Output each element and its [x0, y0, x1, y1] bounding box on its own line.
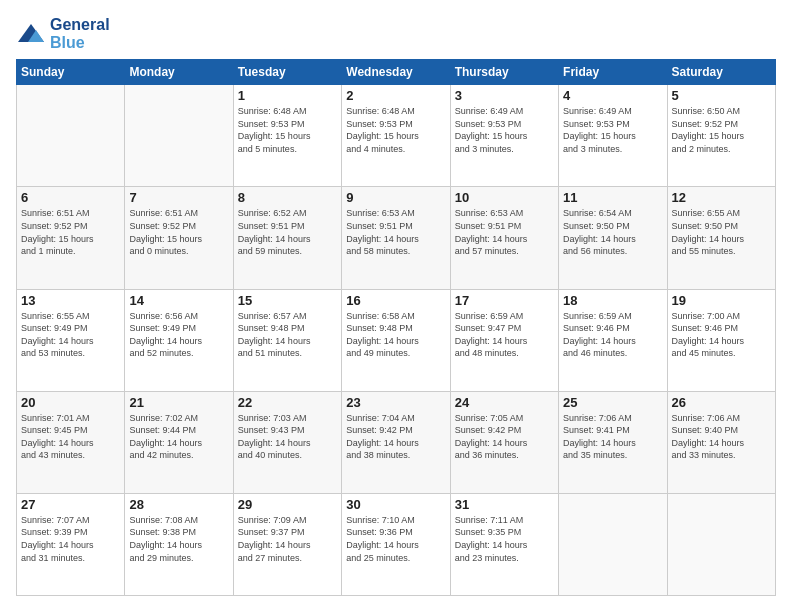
day-number: 4 — [563, 88, 662, 103]
day-cell: 25Sunrise: 7:06 AM Sunset: 9:41 PM Dayli… — [559, 391, 667, 493]
day-info: Sunrise: 7:09 AM Sunset: 9:37 PM Dayligh… — [238, 514, 337, 564]
logo-text: General Blue — [50, 16, 110, 51]
day-info: Sunrise: 6:56 AM Sunset: 9:49 PM Dayligh… — [129, 310, 228, 360]
day-number: 30 — [346, 497, 445, 512]
day-number: 27 — [21, 497, 120, 512]
calendar-page: General Blue SundayMondayTuesdayWednesda… — [0, 0, 792, 612]
logo: General Blue — [16, 16, 110, 51]
day-number: 16 — [346, 293, 445, 308]
day-info: Sunrise: 6:54 AM Sunset: 9:50 PM Dayligh… — [563, 207, 662, 257]
day-cell: 5Sunrise: 6:50 AM Sunset: 9:52 PM Daylig… — [667, 85, 775, 187]
day-info: Sunrise: 7:03 AM Sunset: 9:43 PM Dayligh… — [238, 412, 337, 462]
day-number: 15 — [238, 293, 337, 308]
day-cell — [667, 493, 775, 595]
day-number: 28 — [129, 497, 228, 512]
day-info: Sunrise: 6:57 AM Sunset: 9:48 PM Dayligh… — [238, 310, 337, 360]
day-cell: 27Sunrise: 7:07 AM Sunset: 9:39 PM Dayli… — [17, 493, 125, 595]
day-number: 3 — [455, 88, 554, 103]
day-number: 21 — [129, 395, 228, 410]
weekday-header-friday: Friday — [559, 60, 667, 85]
day-number: 22 — [238, 395, 337, 410]
day-info: Sunrise: 6:51 AM Sunset: 9:52 PM Dayligh… — [129, 207, 228, 257]
day-number: 5 — [672, 88, 771, 103]
day-info: Sunrise: 6:58 AM Sunset: 9:48 PM Dayligh… — [346, 310, 445, 360]
day-cell: 9Sunrise: 6:53 AM Sunset: 9:51 PM Daylig… — [342, 187, 450, 289]
day-info: Sunrise: 7:04 AM Sunset: 9:42 PM Dayligh… — [346, 412, 445, 462]
day-info: Sunrise: 6:50 AM Sunset: 9:52 PM Dayligh… — [672, 105, 771, 155]
day-cell: 23Sunrise: 7:04 AM Sunset: 9:42 PM Dayli… — [342, 391, 450, 493]
day-info: Sunrise: 7:11 AM Sunset: 9:35 PM Dayligh… — [455, 514, 554, 564]
day-info: Sunrise: 6:55 AM Sunset: 9:50 PM Dayligh… — [672, 207, 771, 257]
weekday-header-saturday: Saturday — [667, 60, 775, 85]
day-info: Sunrise: 6:59 AM Sunset: 9:46 PM Dayligh… — [563, 310, 662, 360]
day-cell: 26Sunrise: 7:06 AM Sunset: 9:40 PM Dayli… — [667, 391, 775, 493]
day-cell — [17, 85, 125, 187]
day-cell: 11Sunrise: 6:54 AM Sunset: 9:50 PM Dayli… — [559, 187, 667, 289]
day-info: Sunrise: 6:48 AM Sunset: 9:53 PM Dayligh… — [238, 105, 337, 155]
day-cell: 13Sunrise: 6:55 AM Sunset: 9:49 PM Dayli… — [17, 289, 125, 391]
day-number: 17 — [455, 293, 554, 308]
day-info: Sunrise: 6:49 AM Sunset: 9:53 PM Dayligh… — [455, 105, 554, 155]
day-number: 31 — [455, 497, 554, 512]
day-number: 19 — [672, 293, 771, 308]
logo-icon — [16, 22, 46, 46]
day-info: Sunrise: 6:51 AM Sunset: 9:52 PM Dayligh… — [21, 207, 120, 257]
day-number: 25 — [563, 395, 662, 410]
day-info: Sunrise: 7:06 AM Sunset: 9:40 PM Dayligh… — [672, 412, 771, 462]
day-number: 6 — [21, 190, 120, 205]
day-number: 2 — [346, 88, 445, 103]
day-cell: 24Sunrise: 7:05 AM Sunset: 9:42 PM Dayli… — [450, 391, 558, 493]
weekday-header-monday: Monday — [125, 60, 233, 85]
day-info: Sunrise: 6:59 AM Sunset: 9:47 PM Dayligh… — [455, 310, 554, 360]
day-cell: 6Sunrise: 6:51 AM Sunset: 9:52 PM Daylig… — [17, 187, 125, 289]
day-number: 29 — [238, 497, 337, 512]
day-info: Sunrise: 7:10 AM Sunset: 9:36 PM Dayligh… — [346, 514, 445, 564]
weekday-header-sunday: Sunday — [17, 60, 125, 85]
day-cell: 17Sunrise: 6:59 AM Sunset: 9:47 PM Dayli… — [450, 289, 558, 391]
day-cell: 21Sunrise: 7:02 AM Sunset: 9:44 PM Dayli… — [125, 391, 233, 493]
day-number: 9 — [346, 190, 445, 205]
day-cell: 2Sunrise: 6:48 AM Sunset: 9:53 PM Daylig… — [342, 85, 450, 187]
week-row-5: 27Sunrise: 7:07 AM Sunset: 9:39 PM Dayli… — [17, 493, 776, 595]
day-number: 26 — [672, 395, 771, 410]
day-cell — [125, 85, 233, 187]
day-info: Sunrise: 7:01 AM Sunset: 9:45 PM Dayligh… — [21, 412, 120, 462]
day-info: Sunrise: 7:02 AM Sunset: 9:44 PM Dayligh… — [129, 412, 228, 462]
day-info: Sunrise: 7:06 AM Sunset: 9:41 PM Dayligh… — [563, 412, 662, 462]
day-cell: 22Sunrise: 7:03 AM Sunset: 9:43 PM Dayli… — [233, 391, 341, 493]
day-cell — [559, 493, 667, 595]
weekday-header-wednesday: Wednesday — [342, 60, 450, 85]
day-number: 14 — [129, 293, 228, 308]
day-info: Sunrise: 6:55 AM Sunset: 9:49 PM Dayligh… — [21, 310, 120, 360]
day-info: Sunrise: 6:52 AM Sunset: 9:51 PM Dayligh… — [238, 207, 337, 257]
day-info: Sunrise: 7:00 AM Sunset: 9:46 PM Dayligh… — [672, 310, 771, 360]
day-info: Sunrise: 6:48 AM Sunset: 9:53 PM Dayligh… — [346, 105, 445, 155]
weekday-header-row: SundayMondayTuesdayWednesdayThursdayFrid… — [17, 60, 776, 85]
day-cell: 14Sunrise: 6:56 AM Sunset: 9:49 PM Dayli… — [125, 289, 233, 391]
weekday-header-tuesday: Tuesday — [233, 60, 341, 85]
day-number: 8 — [238, 190, 337, 205]
day-cell: 28Sunrise: 7:08 AM Sunset: 9:38 PM Dayli… — [125, 493, 233, 595]
day-info: Sunrise: 6:49 AM Sunset: 9:53 PM Dayligh… — [563, 105, 662, 155]
day-number: 1 — [238, 88, 337, 103]
day-number: 18 — [563, 293, 662, 308]
day-number: 13 — [21, 293, 120, 308]
day-number: 23 — [346, 395, 445, 410]
day-number: 10 — [455, 190, 554, 205]
day-info: Sunrise: 6:53 AM Sunset: 9:51 PM Dayligh… — [455, 207, 554, 257]
day-cell: 8Sunrise: 6:52 AM Sunset: 9:51 PM Daylig… — [233, 187, 341, 289]
week-row-3: 13Sunrise: 6:55 AM Sunset: 9:49 PM Dayli… — [17, 289, 776, 391]
day-number: 12 — [672, 190, 771, 205]
day-number: 11 — [563, 190, 662, 205]
day-info: Sunrise: 7:08 AM Sunset: 9:38 PM Dayligh… — [129, 514, 228, 564]
calendar-table: SundayMondayTuesdayWednesdayThursdayFrid… — [16, 59, 776, 596]
day-cell: 1Sunrise: 6:48 AM Sunset: 9:53 PM Daylig… — [233, 85, 341, 187]
day-number: 24 — [455, 395, 554, 410]
day-cell: 31Sunrise: 7:11 AM Sunset: 9:35 PM Dayli… — [450, 493, 558, 595]
day-cell: 15Sunrise: 6:57 AM Sunset: 9:48 PM Dayli… — [233, 289, 341, 391]
week-row-4: 20Sunrise: 7:01 AM Sunset: 9:45 PM Dayli… — [17, 391, 776, 493]
day-info: Sunrise: 6:53 AM Sunset: 9:51 PM Dayligh… — [346, 207, 445, 257]
week-row-2: 6Sunrise: 6:51 AM Sunset: 9:52 PM Daylig… — [17, 187, 776, 289]
day-cell: 20Sunrise: 7:01 AM Sunset: 9:45 PM Dayli… — [17, 391, 125, 493]
day-info: Sunrise: 7:05 AM Sunset: 9:42 PM Dayligh… — [455, 412, 554, 462]
